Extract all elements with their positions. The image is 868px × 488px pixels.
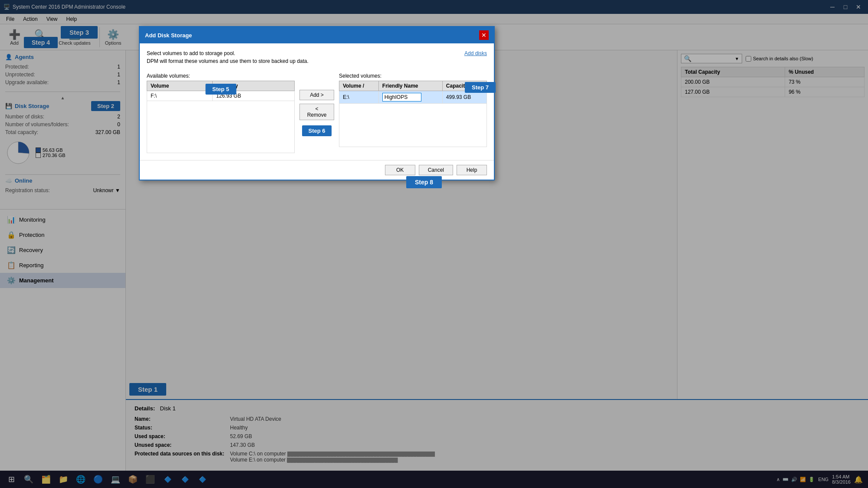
sel-friendly-cell[interactable] [378, 91, 442, 104]
sel-row-empty [339, 104, 487, 147]
modal-title: Add Disk Storage [145, 32, 192, 39]
avail-col-volume: Volume [147, 81, 213, 91]
help-button[interactable]: Help [457, 165, 487, 175]
instruction1: Select volumes to add to storage pool. [147, 50, 309, 56]
step5-badge: Step 5 [205, 84, 236, 95]
step7-badge: Step 7 [465, 82, 496, 93]
step8-badge: Step 8 [406, 176, 442, 188]
add-disks-link[interactable]: Add disks [464, 50, 487, 56]
sel-volume-cell: E:\ [339, 91, 379, 104]
avail-row-empty [147, 101, 295, 153]
friendly-name-input[interactable] [382, 93, 421, 102]
modal-columns: Available volumes: Volume Capacity F:\ 1… [147, 73, 487, 153]
add-disk-storage-modal: Add Disk Storage ✕ Select volumes to add… [139, 26, 495, 180]
available-title: Available volumes: [147, 73, 295, 79]
step6-badge: Step 6 [302, 125, 331, 136]
cancel-button[interactable]: Cancel [419, 165, 453, 175]
modal-instructions: Select volumes to add to storage pool. D… [147, 50, 309, 66]
modal-header: Add Disk Storage ✕ [140, 27, 494, 43]
ok-button[interactable]: OK [385, 165, 415, 175]
remove-volume-button[interactable]: < Remove [299, 104, 334, 120]
modal-overlay[interactable]: Add Disk Storage ✕ Select volumes to add… [0, 0, 868, 488]
add-volume-button[interactable]: Add > [299, 90, 334, 100]
selected-title: Selected volumes: [339, 73, 487, 79]
sel-row[interactable]: E:\ 499.93 GB [339, 91, 487, 104]
instruction2: DPM will format these volumes and use th… [147, 58, 309, 64]
sel-col-friendly: Friendly Name [378, 81, 442, 91]
modal-body: Select volumes to add to storage pool. D… [140, 43, 494, 160]
arrow-buttons: Add > < Remove Step 6 [302, 73, 332, 153]
avail-volume-cell: F:\ [147, 91, 213, 101]
modal-close-button[interactable]: ✕ [479, 30, 489, 40]
available-volumes-col: Available volumes: Volume Capacity F:\ 1… [147, 73, 295, 153]
sel-col-volume: Volume / [339, 81, 379, 91]
selected-volumes-col: Selected volumes: Volume / Friendly Name… [339, 73, 487, 153]
